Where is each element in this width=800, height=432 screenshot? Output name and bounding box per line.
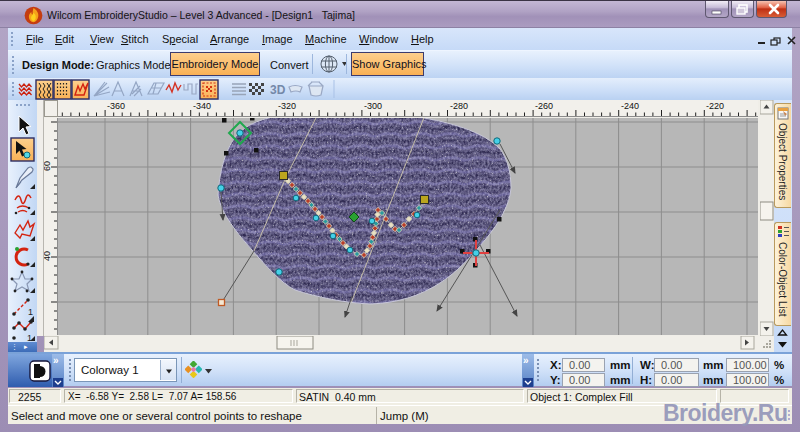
svg-text:1: 1 — [28, 307, 33, 317]
svg-text:60: 60 — [44, 161, 52, 171]
svg-text:-360: -360 — [107, 101, 125, 111]
svg-text:-320: -320 — [278, 101, 296, 111]
svg-text:40: 40 — [44, 251, 52, 261]
svg-text:-340: -340 — [193, 101, 211, 111]
svg-text:-280: -280 — [450, 101, 468, 111]
svg-text:3D: 3D — [270, 83, 286, 97]
svg-text:-260: -260 — [535, 101, 553, 111]
svg-text:-300: -300 — [364, 101, 382, 111]
svg-text:-220: -220 — [706, 101, 724, 111]
svg-text:-240: -240 — [621, 101, 639, 111]
